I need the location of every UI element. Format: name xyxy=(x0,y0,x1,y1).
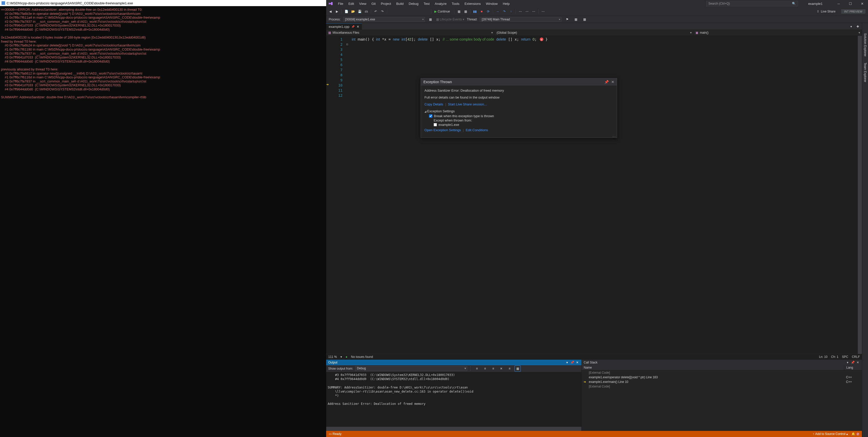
output-body[interactable]: #3 0x7ff9641d7033 (C:\WINDOWS\System32\K… xyxy=(326,372,581,427)
redo-button[interactable]: ↷ xyxy=(379,8,385,14)
vs-logo-icon[interactable] xyxy=(326,1,335,6)
out-btn-6[interactable]: ▦ xyxy=(515,366,521,372)
step-out-button[interactable]: ↑ xyxy=(508,8,514,14)
menu-build[interactable]: Build xyxy=(394,0,406,7)
console-titlebar[interactable]: C:\MSDN\cpp-docs-pr\docs\c-language\ASAN… xyxy=(0,0,326,6)
tab-dropdown-icon[interactable]: ▾ xyxy=(848,24,854,30)
save-button[interactable]: 💾 xyxy=(356,8,363,14)
output-dropdown-icon[interactable]: ▾ xyxy=(565,361,569,364)
start-liveshare-link[interactable]: Start Live Share session... xyxy=(448,102,487,106)
edit-conditions-link[interactable]: Edit Conditions xyxy=(466,128,488,132)
menu-file[interactable]: File xyxy=(335,0,346,7)
issues-text[interactable]: No issues found xyxy=(351,355,373,358)
tb-icon-2[interactable]: ▦ xyxy=(462,8,469,14)
output-pin-icon[interactable]: 📌 xyxy=(570,361,574,364)
menu-view[interactable]: View xyxy=(356,0,369,7)
menu-extensions[interactable]: Extensions xyxy=(462,0,484,7)
console-output[interactable]: ==30008==ERROR: AddressSanitizer: attemp… xyxy=(0,6,326,101)
scope-class[interactable]: (Global Scope) xyxy=(495,30,693,35)
undo-button[interactable]: ↶ xyxy=(373,8,379,14)
tb-icon-c[interactable]: ⋯ xyxy=(531,8,537,14)
maximize-button[interactable]: ☐ xyxy=(844,0,856,7)
db-icon-1[interactable]: ▦ xyxy=(428,16,434,23)
continue-button[interactable]: ▶Continue xyxy=(433,8,453,14)
output-title[interactable]: Output ▾ 📌 ✕ xyxy=(326,360,581,365)
new-file-button[interactable]: 📄 xyxy=(343,8,349,14)
tb-icon-a[interactable]: ⋯ xyxy=(517,8,523,14)
search-input[interactable]: Search (Ctrl+Q) 🔍 xyxy=(706,1,798,6)
tb-icon-d[interactable]: ⋯ xyxy=(540,8,546,14)
liveshare-button[interactable]: ⇪Live Share xyxy=(814,8,838,14)
out-btn-4[interactable]: ✕ xyxy=(498,366,504,372)
close-button[interactable]: ✕ xyxy=(856,0,868,7)
col-name[interactable]: Name xyxy=(582,365,844,370)
scope-function[interactable]: ▣main() xyxy=(693,30,862,35)
menu-git[interactable]: Git xyxy=(369,0,378,7)
stop-button[interactable]: ■ xyxy=(478,8,485,14)
callstack-row[interactable]: example1.exe!operator delete[](void * pt… xyxy=(582,375,862,380)
close-tab-icon[interactable]: ✕ xyxy=(356,25,359,29)
out-btn-1[interactable]: ≡ xyxy=(474,366,480,372)
callstack-columns[interactable]: Name Lang xyxy=(582,365,862,370)
output-close-icon[interactable]: ✕ xyxy=(575,361,579,364)
close-popup-icon[interactable]: ✕ xyxy=(611,80,614,84)
open-exception-settings-link[interactable]: Open Exception Settings xyxy=(425,128,461,132)
open-file-button[interactable]: 📂 xyxy=(350,8,356,14)
menu-test[interactable]: Test xyxy=(421,0,432,7)
step-into-button[interactable]: → xyxy=(495,8,501,14)
line-info[interactable]: Ln: 10 xyxy=(819,355,828,358)
cs-dropdown-icon[interactable]: ▾ xyxy=(845,361,849,364)
add-source-control[interactable]: ↑ Add to Source Control ▴ xyxy=(813,432,848,436)
tab-plus-icon[interactable]: ✚ xyxy=(855,24,861,30)
tb-icon-1[interactable]: ▦ xyxy=(456,8,462,14)
out-btn-5[interactable]: ≡ xyxy=(506,366,513,372)
break-checkbox[interactable] xyxy=(429,114,432,118)
restart-button[interactable]: ⟳ xyxy=(485,8,491,14)
db-icon-3[interactable]: ▦ xyxy=(573,16,579,23)
zoom-dropdown-icon[interactable]: ▾ xyxy=(340,355,342,358)
menu-debug[interactable]: Debug xyxy=(406,0,421,7)
pin-icon[interactable]: 📌 xyxy=(351,25,354,28)
thread-combo[interactable]: [28748] Main Thread xyxy=(480,17,561,22)
cs-close-icon[interactable]: ✕ xyxy=(856,361,860,364)
fold-column[interactable]: ⊟ xyxy=(345,36,349,354)
code-editor[interactable]: ➜ 123456789101112 ⊟ int main() { int *x … xyxy=(326,36,862,354)
db-icon-4[interactable]: ▦ xyxy=(581,16,588,23)
out-btn-3[interactable]: ≡ xyxy=(490,366,496,372)
step-over-button[interactable]: ↷ xyxy=(501,8,507,14)
sidetab-solution-explorer[interactable]: Solution Explorer xyxy=(863,31,868,59)
menu-window[interactable]: Window xyxy=(484,0,500,7)
zoom-level[interactable]: 111 % xyxy=(328,355,337,358)
char-info[interactable]: Ch: 1 xyxy=(831,355,838,358)
cs-pin-icon[interactable]: 📌 xyxy=(850,361,855,364)
process-combo[interactable]: [30008] example1.exe xyxy=(343,17,425,22)
menu-help[interactable]: Help xyxy=(500,0,512,7)
callstack-body[interactable]: [External Code]example1.exe!operator del… xyxy=(582,370,862,431)
resize-grip-icon[interactable]: ⣀⣀ xyxy=(612,134,616,137)
out-btn-2[interactable]: ≡ xyxy=(482,366,488,372)
callstack-row[interactable]: ➜example1.exe!main() Line 10C++ xyxy=(582,380,862,384)
sidetab-team-explorer[interactable]: Team Explorer xyxy=(863,60,868,85)
save-all-button[interactable]: 🗃 xyxy=(363,8,369,14)
copy-details-link[interactable]: Copy Details xyxy=(425,102,443,106)
exception-settings-head[interactable]: Exception Settings xyxy=(425,109,613,113)
callstack-row[interactable]: [External Code] xyxy=(582,370,862,375)
menu-project[interactable]: Project xyxy=(378,0,394,7)
callstack-title[interactable]: Call Stack ▾ 📌 ✕ xyxy=(582,360,862,365)
db-icon-2[interactable]: ⚑ xyxy=(564,16,570,23)
spaces-info[interactable]: SPC xyxy=(842,355,848,358)
callstack-row[interactable]: [External Code] xyxy=(582,384,862,389)
error-marker-icon[interactable] xyxy=(540,37,544,41)
menu-edit[interactable]: Edit xyxy=(346,0,356,7)
lineending-info[interactable]: CRLF xyxy=(852,355,860,358)
editor-scrollbar[interactable] xyxy=(858,36,862,354)
break-checkbox-row[interactable]: Break when this exception type is thrown xyxy=(429,114,613,118)
module-checkbox-row[interactable]: example1.exe xyxy=(434,123,613,127)
output-source-combo[interactable]: Debug xyxy=(355,366,467,371)
module-checkbox[interactable] xyxy=(434,123,437,126)
col-lang[interactable]: Lang xyxy=(844,365,862,370)
pause-button[interactable]: ▮▮ xyxy=(472,8,478,14)
tb-icon-b[interactable]: ⋯ xyxy=(524,8,530,14)
scope-project[interactable]: ▦Miscellaneous Files xyxy=(326,30,495,35)
tab-example1[interactable]: example1.cpp 📌 ✕ xyxy=(326,24,362,30)
